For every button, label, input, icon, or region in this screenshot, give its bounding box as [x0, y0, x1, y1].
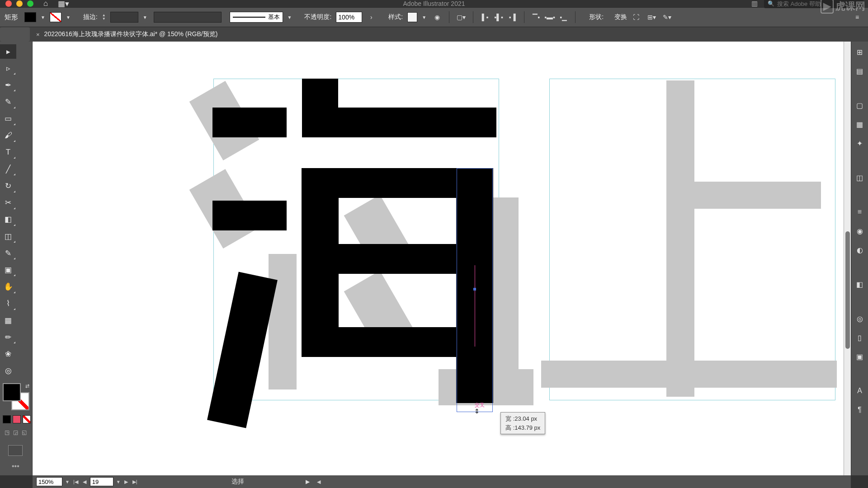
align-left-icon[interactable]: ▌▪ — [479, 11, 491, 23]
window-max-dot[interactable] — [27, 0, 33, 7]
rotate-tool[interactable]: ↻ — [0, 179, 16, 193]
selection-tool[interactable]: ▸ — [0, 44, 16, 59]
canvas[interactable]: 交叉 ⇕ 宽 :23.04 px 高 :143.79 px — [33, 42, 851, 475]
opacity-input[interactable] — [336, 12, 362, 23]
tab-close-icon[interactable]: × — [36, 31, 40, 38]
eyedropper-tool[interactable]: ✎ — [0, 246, 16, 260]
fill-swatch[interactable] — [24, 12, 36, 22]
stroke-width-input[interactable] — [110, 12, 138, 23]
freetransform-tool[interactable]: ▣ — [0, 263, 16, 277]
toolbox-more[interactable]: ••• — [12, 462, 19, 473]
properties-panel-icon[interactable]: ⊞ — [854, 46, 866, 58]
swap-colors-icon[interactable]: ⇄ — [25, 383, 29, 389]
align-top-icon[interactable]: ▔▪ — [530, 11, 542, 23]
pathfinder-panel-icon[interactable]: ▣ — [854, 351, 866, 362]
brushes-panel-icon[interactable]: ✦ — [854, 137, 866, 149]
align-right-icon[interactable]: ▪▐ — [506, 11, 519, 23]
align-artboard-icon[interactable]: ▢▾ — [455, 11, 467, 23]
panel-menu-icon[interactable]: ≡ — [851, 11, 863, 23]
type-tool[interactable]: T — [0, 145, 16, 160]
opacity-more[interactable]: › — [365, 11, 377, 23]
stroke-profile-input[interactable] — [154, 12, 222, 23]
window-close-dot[interactable] — [5, 0, 12, 7]
layers-panel-icon[interactable]: ▤ — [854, 65, 866, 77]
stroke-swatch[interactable] — [50, 12, 61, 22]
color-panel-icon[interactable]: ◉ — [854, 225, 866, 237]
artboard-number-input[interactable] — [90, 477, 113, 486]
fill-chevron[interactable]: ▼ — [41, 15, 45, 20]
group-icon[interactable]: ⊞▾ — [645, 11, 658, 23]
line-tool[interactable]: ╱ — [0, 162, 16, 176]
brush-style[interactable]: 基本 — [230, 12, 283, 23]
drawn-shape[interactable] — [302, 108, 496, 137]
home-icon[interactable]: ⌂ — [43, 0, 48, 8]
resize-cursor-icon: ⇕ — [474, 408, 480, 415]
zoom-input[interactable] — [36, 477, 62, 486]
shape-label[interactable]: 形状: — [589, 13, 604, 21]
template-shape — [541, 361, 837, 388]
gradient-tool[interactable]: ▦ — [0, 313, 16, 328]
status-scroll-left[interactable]: ◀ — [316, 479, 321, 485]
stroke-chevron[interactable]: ▼ — [66, 15, 71, 20]
zoom-tool[interactable]: ◎ — [0, 364, 16, 378]
eraser-tool[interactable]: ◧ — [0, 212, 16, 227]
align-panel-icon[interactable]: ▯ — [854, 332, 866, 343]
symbols-panel-icon[interactable]: ◫ — [854, 172, 866, 183]
symbol-tool[interactable]: ✏ — [0, 330, 16, 344]
measurement-tooltip: 宽 :23.04 px 高 :143.79 px — [500, 412, 545, 434]
vertical-scrollbar[interactable] — [844, 42, 851, 475]
window-min-dot[interactable] — [16, 0, 23, 7]
appearance-panel-icon[interactable]: ◎ — [854, 313, 866, 324]
color-mode-gradient[interactable] — [13, 415, 21, 423]
graphic-style-swatch[interactable] — [407, 12, 417, 22]
color-mode-solid[interactable] — [3, 415, 11, 423]
template-shape — [694, 182, 821, 209]
character-panel-icon[interactable]: A — [854, 385, 866, 397]
anchor-point[interactable] — [473, 288, 476, 291]
stroke-stepper[interactable]: ▲▼ — [102, 14, 106, 21]
layout-icon[interactable]: ▥ — [751, 0, 758, 8]
blend-tool[interactable]: ⌇ — [0, 296, 16, 311]
align-hcenter-icon[interactable]: ▪▌▪ — [492, 11, 505, 23]
help-search-input[interactable] — [777, 0, 860, 7]
last-artboard-btn[interactable]: ▶| — [132, 479, 138, 485]
arrange-icon[interactable]: ✎▾ — [660, 11, 673, 23]
rectangle-tool[interactable]: ▭ — [0, 112, 16, 126]
drawn-shape[interactable] — [339, 244, 456, 274]
grid-icon[interactable]: ▦▾ — [58, 0, 69, 9]
align-bottom-icon[interactable]: ▪▁ — [557, 11, 570, 23]
direct-selection-tool[interactable]: ▹ — [0, 61, 16, 75]
fill-stroke-box[interactable]: ⇄ — [3, 383, 29, 410]
transform-label[interactable]: 变换 — [614, 13, 627, 21]
paragraph-panel-icon[interactable]: ¶ — [854, 404, 866, 416]
align-vcenter-icon[interactable]: ▪▬▪ — [543, 11, 556, 23]
transparency-panel-icon[interactable]: ◧ — [854, 278, 866, 290]
drawing-mode[interactable] — [8, 445, 23, 456]
pen-tool[interactable]: ✒ — [0, 78, 16, 92]
recolor-icon[interactable]: ◉ — [431, 11, 443, 23]
shapebuilder-tool[interactable]: ◫ — [0, 229, 16, 244]
stroke-panel-icon[interactable]: ≡ — [854, 206, 866, 218]
prev-artboard-btn[interactable]: ◀ — [82, 479, 87, 485]
drawn-shape[interactable] — [212, 201, 287, 230]
mesh-tool[interactable]: ❀ — [0, 347, 16, 361]
screen-modes[interactable]: ◳◲◱ — [5, 429, 27, 438]
isolate-icon[interactable]: ⛶ — [630, 11, 642, 23]
artboard-chevron[interactable]: ▼ — [116, 479, 121, 484]
swatches-panel-icon[interactable]: ▦ — [854, 118, 866, 130]
drawn-shape[interactable] — [212, 108, 287, 137]
drawn-shape[interactable] — [302, 327, 457, 357]
zoom-chevron[interactable]: ▼ — [65, 479, 70, 484]
gradient-panel-icon[interactable]: ◐ — [854, 244, 866, 256]
document-tab[interactable]: × 20220616海上玫瑰录播课件块状字体.ai* @ 150% (RGB/预… — [36, 30, 217, 38]
first-artboard-btn[interactable]: |◀ — [72, 479, 79, 485]
status-play-icon[interactable]: ▶ — [306, 479, 310, 485]
help-search[interactable]: 🔍 — [764, 0, 863, 8]
color-mode-none[interactable] — [23, 415, 31, 423]
next-artboard-btn[interactable]: ▶ — [123, 479, 129, 485]
scissors-tool[interactable]: ✂ — [0, 196, 16, 210]
curvature-tool[interactable]: ✎ — [0, 95, 16, 109]
paintbrush-tool[interactable]: 🖌 — [0, 128, 16, 143]
libraries-panel-icon[interactable]: ▢ — [854, 99, 866, 111]
hand-tool[interactable]: ✋ — [0, 280, 16, 294]
